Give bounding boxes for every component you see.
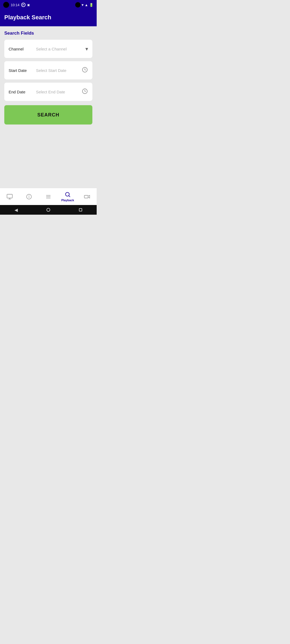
start-date-label: Start Date xyxy=(4,68,34,73)
main-content: Search Fields Channel Select a Channel ▾… xyxy=(0,26,97,129)
camera-circle-icon xyxy=(3,2,9,8)
status-bar-left: 10:14 P ▣ xyxy=(3,2,30,8)
end-date-label: End Date xyxy=(4,90,34,94)
nav-item-list[interactable] xyxy=(39,193,58,200)
p-icon: P xyxy=(21,3,26,7)
bottom-nav: Playback xyxy=(0,188,97,205)
search-icon xyxy=(64,191,71,198)
svg-line-12 xyxy=(69,196,70,197)
nav-item-monitor[interactable] xyxy=(0,193,19,200)
android-nav-bar: ◀ xyxy=(0,205,97,215)
start-date-placeholder: Select Start Date xyxy=(34,68,82,73)
channel-placeholder: Select a Channel xyxy=(34,47,85,51)
page-title: Playback Search xyxy=(4,14,92,21)
svg-rect-2 xyxy=(7,194,12,198)
channel-label: Channel xyxy=(4,47,34,51)
status-bar-right: ▾ ▲ 🔋 xyxy=(75,2,93,8)
wifi-icon: ▾ xyxy=(82,3,84,7)
status-time: 10:14 xyxy=(11,3,20,7)
back-button[interactable]: ◀ xyxy=(15,207,18,213)
sim-icon: ▣ xyxy=(27,3,30,7)
nav-item-playback[interactable]: Playback xyxy=(58,191,77,202)
section-title: Search Fields xyxy=(4,31,92,36)
info-icon xyxy=(26,193,32,200)
video-camera-icon xyxy=(84,193,90,200)
search-button[interactable]: SEARCH xyxy=(4,105,92,125)
nav-item-info[interactable] xyxy=(19,193,39,200)
channel-field[interactable]: Channel Select a Channel ▾ xyxy=(4,40,92,58)
notch-circle xyxy=(75,2,81,8)
app-header: Playback Search xyxy=(0,10,97,26)
end-date-field[interactable]: End Date Select End Date xyxy=(4,83,92,101)
start-date-field[interactable]: Start Date Select Start Date xyxy=(4,61,92,79)
clock-icon xyxy=(82,67,92,74)
svg-rect-13 xyxy=(84,195,88,198)
recents-button[interactable] xyxy=(79,208,82,211)
list-icon xyxy=(45,193,52,200)
clock-icon-end xyxy=(82,88,92,96)
home-button[interactable] xyxy=(46,208,50,212)
signal-icon: ▲ xyxy=(85,3,88,7)
playback-nav-label: Playback xyxy=(61,199,74,202)
svg-point-11 xyxy=(66,192,69,196)
chevron-down-icon: ▾ xyxy=(85,46,92,52)
battery-icon: 🔋 xyxy=(89,3,93,7)
nav-item-camera[interactable] xyxy=(77,193,97,200)
end-date-placeholder: Select End Date xyxy=(34,90,82,94)
status-bar: 10:14 P ▣ ▾ ▲ 🔋 xyxy=(0,0,97,10)
monitor-icon xyxy=(6,193,13,200)
